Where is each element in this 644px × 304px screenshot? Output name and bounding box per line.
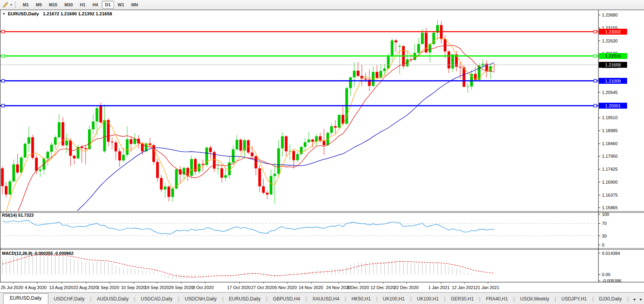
tab-ger30-h1[interactable]: GER30,H1 (446, 295, 479, 304)
date-tick-label: 10 Sep 2020 (121, 285, 145, 290)
bear-candle (266, 193, 269, 194)
price-tick-label: 1.17425 (602, 167, 618, 171)
tab-xauusd-h4[interactable]: XAUUSD,H4 (307, 295, 345, 304)
timeframe-button-h4[interactable]: H4 (89, 1, 101, 9)
bull-candle (20, 157, 23, 172)
tab-eurusd-daily[interactable]: EURUSD,Daily (224, 295, 266, 304)
bull-candle (243, 140, 246, 151)
tab-uk100-h1[interactable]: UK100,H1 (378, 295, 410, 304)
bear-candle (107, 120, 110, 142)
bull-candle (122, 155, 125, 160)
date-tick-label: 22 Dec 2020 (394, 285, 418, 290)
draw-tool-dropdown[interactable]: ▼ (0, 0, 14, 9)
bear-candle (292, 151, 295, 160)
chart-title: ▼EURUSD,Daily1.21672 1.21690 1.21392 1.2… (2, 11, 112, 16)
tab-usoil-weekly[interactable]: USOil,Weekly (515, 295, 555, 304)
timeframe-button-mn[interactable]: MN (128, 1, 141, 9)
bear-candle (425, 33, 427, 52)
bear-candle (262, 186, 265, 193)
chart-tab-bar: EURUSD,DailyUSDCHF,Daily|AUDUSD,Daily|US… (0, 292, 644, 304)
date-tick-label: 4 Aug 2020 (25, 285, 47, 290)
bull-candle (330, 126, 333, 133)
bull-candle (24, 144, 26, 157)
timeframe-button-w1[interactable]: W1 (115, 1, 128, 9)
bear-candle (448, 52, 450, 68)
tab-fra40-h1[interactable]: FRA40,H1 (481, 295, 514, 304)
timeframe-button-m30[interactable]: M30 (61, 1, 76, 9)
bull-candle (338, 115, 341, 128)
date-tick-label: 22 Aug 2020 (73, 285, 98, 290)
toolbar-grip-handle[interactable] (15, 2, 17, 8)
bear-candle (160, 178, 163, 189)
bear-candle (16, 164, 19, 173)
bull-candle (308, 140, 310, 142)
bull-candle (398, 46, 401, 47)
tab-scroll-right-icon[interactable]: ► (639, 297, 643, 301)
tab-uk100-h1[interactable]: UK100,H1 (411, 295, 444, 304)
timeframe-button-m1[interactable]: M1 (20, 1, 32, 9)
bear-candle (114, 142, 117, 151)
line-anchor-handle[interactable] (2, 55, 5, 57)
line-anchor-handle[interactable] (594, 104, 597, 107)
tab-usdjpy-h1[interactable]: USDJPY,H1 (556, 295, 592, 304)
macd-scale-label: 0.014384 (602, 251, 620, 256)
macd-indicator-label: MACD(12,26,9) -0.000355 -0.000862 (2, 251, 73, 256)
bull-candle (387, 56, 390, 68)
bear-candle (167, 186, 170, 197)
bear-candle (130, 139, 132, 144)
timeframe-button-d1[interactable]: D1 (102, 1, 114, 9)
price-tick-label: 1.20545 (602, 90, 618, 95)
current-price-label: 1.21658 (599, 62, 627, 68)
rsi-scale-label: 70 (602, 221, 607, 226)
timeframe-button-h1[interactable]: H1 (77, 1, 88, 9)
date-tick-label: 12 Dec 2020 (371, 285, 395, 290)
tab-usdcnh-daily[interactable]: USDCNH,Daily (179, 295, 222, 304)
tab-hk50-h1[interactable]: HK50,H1 (346, 295, 376, 304)
bull-candle (277, 148, 280, 174)
bull-candle (281, 136, 284, 149)
date-tick-label: 13 Aug 2020 (49, 285, 73, 290)
bear-candle (5, 186, 7, 194)
bear-candle (31, 137, 34, 158)
price-tick-label: 1.15865 (602, 205, 618, 210)
chart-canvas[interactable]: 1.236801.231551.226301.221201.215951.210… (0, 0, 644, 304)
chevron-down-icon: ▼ (10, 4, 13, 6)
collapse-triangle-icon[interactable]: ▼ (2, 12, 6, 16)
macd-scale-label: 0.00 (602, 272, 610, 277)
timeframe-button-m15[interactable]: M15 (46, 1, 61, 9)
date-tick-label: 1 Jan 2021 (428, 285, 450, 290)
line-anchor-handle[interactable] (2, 79, 5, 82)
bear-candle (239, 140, 242, 151)
tab-gbpusd-h4[interactable]: GBPUSD,H4 (267, 295, 305, 304)
date-tick-label: 1 Sep 2020 (97, 285, 119, 290)
bear-candle (311, 140, 314, 142)
line-anchor-handle[interactable] (2, 30, 5, 33)
tab-usdchf-daily[interactable]: USDCHF,Daily (48, 295, 90, 304)
bear-candle (202, 164, 204, 165)
price-label-1.23002: 1.23002 (599, 29, 627, 35)
date-tick-label: 8 Oct 2020 (193, 285, 214, 290)
tab-usdcad-daily[interactable]: USDCAD,Daily (135, 295, 178, 304)
bull-candle (9, 181, 11, 194)
price-tick-label: 1.16375 (602, 193, 618, 197)
bull-candle (391, 41, 393, 57)
mt4-window: ▼ M1M5M15M30H1H4D1W1MN 1.236801.231551.2… (0, 0, 644, 304)
bear-candle (459, 67, 462, 68)
line-anchor-handle[interactable] (594, 55, 597, 57)
line-anchor-handle[interactable] (2, 104, 5, 107)
bull-candle (383, 68, 386, 71)
bull-candle (232, 149, 235, 162)
tab-dj30-daily[interactable]: DJ30,Daily (593, 295, 627, 304)
tab-audusd-daily[interactable]: AUDUSD,Daily (92, 295, 134, 304)
bear-candle (462, 68, 465, 87)
bull-candle (270, 176, 272, 194)
timeframe-button-m5[interactable]: M5 (33, 1, 45, 9)
date-tick-label: 14 Nov 2020 (299, 285, 323, 290)
line-anchor-handle[interactable] (594, 30, 597, 33)
date-tick-label: 21 Jan 2021 (475, 285, 499, 290)
tab-eurusd-daily[interactable]: EURUSD,Daily (3, 293, 48, 304)
bear-candle (99, 105, 102, 122)
date-axis[interactable]: 25 Jul 20204 Aug 202013 Aug 202022 Aug 2… (1, 282, 499, 290)
tab-scroll-left-icon[interactable]: ◄ (632, 297, 636, 301)
line-anchor-handle[interactable] (594, 79, 597, 82)
